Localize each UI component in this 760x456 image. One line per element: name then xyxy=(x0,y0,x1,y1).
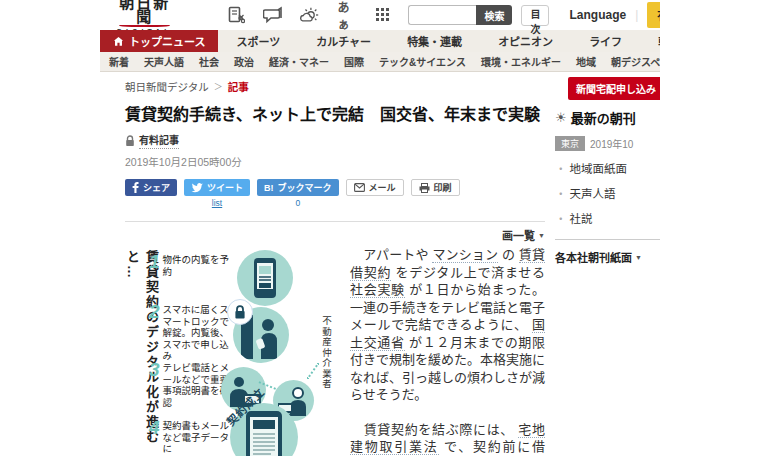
article-date: 2019年10月2日05時00分 xyxy=(125,154,545,169)
bullet-icon: ・ xyxy=(555,185,567,201)
language-link[interactable]: Language xyxy=(569,8,626,22)
feedback-bubble-icon[interactable] xyxy=(263,5,283,25)
search-area: 検索 xyxy=(408,5,512,25)
sidebar-edition-row: 東京 2019年10 xyxy=(555,136,660,151)
facebook-icon xyxy=(132,182,139,193)
nav2-tech-science[interactable]: テック&サイエンス xyxy=(379,54,466,69)
sidebar: ☀ 最新の朝刊 東京 2019年10 ・ 地域面紙面 ・ 天声人語 ・ 社説 各… xyxy=(555,100,660,456)
twitter-share-label: ツイート xyxy=(207,181,243,194)
paid-article-badge[interactable]: 有料記事 xyxy=(139,132,179,149)
twitter-icon xyxy=(191,183,203,193)
text-segment: アパートや xyxy=(350,247,432,262)
toc-button[interactable]: 目次 xyxy=(521,5,549,26)
edition-dropdown-label: 各本社朝刊紙面 xyxy=(555,249,632,265)
article-figure-block: 賃貸契約のデジタル化が進むと… 1 物件の内覧を予約 2 スマホに届くスマートロ… xyxy=(125,246,340,456)
step-number: 1 xyxy=(149,252,160,277)
text-size-icon[interactable]: あぁ xyxy=(337,5,357,25)
facebook-share-button[interactable]: シェア xyxy=(125,179,177,196)
hatena-count: 0 xyxy=(295,198,300,208)
infographic[interactable]: 賃貸契約のデジタル化が進むと… 1 物件の内覧を予約 2 スマホに届くスマートロ… xyxy=(125,246,340,456)
agent-dotted-line xyxy=(306,362,319,380)
search-button[interactable]: 検索 xyxy=(476,5,512,25)
figure-step-1: 1 物件の内覧を予約 xyxy=(149,252,235,277)
media-list-label: 画一覧 xyxy=(502,227,535,243)
figure-step-4: 4 契約書もメールなど電子データに xyxy=(149,418,235,455)
sidebar-link-label: 天声人語 xyxy=(570,185,616,201)
newspaper-subscribe-button[interactable]: 新聞宅配申し込み xyxy=(568,77,660,100)
breadcrumb-site-link[interactable]: 朝日新聞デジタル xyxy=(125,79,209,94)
nav2-society[interactable]: 社会 xyxy=(199,54,219,69)
print-share: 印刷 xyxy=(411,179,460,208)
text-segment: をデジタル上で済ませる xyxy=(391,265,545,280)
sidebar-link-editorial[interactable]: ・ 社説 xyxy=(555,210,660,226)
nav2-tenseijingo[interactable]: 天声人語 xyxy=(144,54,184,69)
edition-badge: 東京 xyxy=(555,136,585,151)
lock-icon xyxy=(125,135,135,147)
step-text: 契約書もメールなど電子データに xyxy=(163,418,235,455)
figure-step-2: 2 スマホに届くスマートロックで解錠。内覧後、スマホで申し込み xyxy=(149,302,235,362)
inline-link[interactable]: マンション xyxy=(432,247,498,263)
nav2-environment[interactable]: 環境・エネルギー xyxy=(481,54,561,69)
paid-badge-row: 有料記事 xyxy=(125,132,545,149)
nav-print-edition[interactable]: 朝夕刊紙面 xyxy=(640,30,660,52)
nav-opinion[interactable]: オピニオン xyxy=(480,30,571,52)
print-button[interactable]: 印刷 xyxy=(411,179,460,196)
nav2-special[interactable]: 朝デジスペシャル xyxy=(611,54,660,69)
sidebar-link-tenseijingo[interactable]: ・ 天声人語 xyxy=(555,185,660,201)
sidebar-link-regional[interactable]: ・ 地域面紙面 xyxy=(555,160,660,176)
step-text: スマホに届くスマートロックで解錠。内覧後、スマホで申し込み xyxy=(163,302,235,362)
step-number: 2 xyxy=(149,302,160,362)
mail-button[interactable]: メール xyxy=(346,179,404,196)
hatena-bookmark-button[interactable]: B! ブックマーク xyxy=(257,179,339,196)
edition-date: 2019年10 xyxy=(590,136,633,151)
apps-grid-icon[interactable] xyxy=(374,5,394,25)
nav-top-news[interactable]: トップニュース xyxy=(100,30,218,52)
nav2-politics[interactable]: 政治 xyxy=(234,54,254,69)
share-button-row: シェア ツイート list B! ブックマーク 0 xyxy=(125,179,545,208)
nav2-new[interactable]: 新着 xyxy=(109,54,129,69)
edition-dropdown[interactable]: 各本社朝刊紙面 ▼ xyxy=(555,249,660,265)
sidebar-divider xyxy=(555,239,660,240)
nav-culture[interactable]: カルチャー xyxy=(298,30,389,52)
article-text-column: アパートや マンション の 賃貸借契約 をデジタル上で済ませる 社会実験 が１日… xyxy=(350,246,545,456)
media-list-toggle[interactable]: 画一覧 ▼ xyxy=(125,227,545,243)
print-label: 印刷 xyxy=(434,181,452,194)
chevron-down-icon: ▼ xyxy=(635,254,642,261)
hatena-share: B! ブックマーク 0 xyxy=(257,179,339,208)
figure-and-text: 賃貸契約のデジタル化が進むと… 1 物件の内覧を予約 2 スマホに届くスマートロ… xyxy=(125,246,545,456)
hatena-share-label: ブックマーク xyxy=(278,181,332,194)
scrapbook-icon[interactable] xyxy=(226,5,246,25)
chevron-down-icon: ▼ xyxy=(538,232,545,239)
paid-member-button[interactable]: 有料 xyxy=(647,2,660,28)
mail-icon xyxy=(354,183,365,192)
nav2-international[interactable]: 国際 xyxy=(344,54,364,69)
inline-link[interactable]: 社会実験 xyxy=(350,282,405,298)
article-paragraph: 賃貸契約を結ぶ際には、 宅地建物取引業法 で、契約前に借り… xyxy=(350,421,545,456)
bullet-icon: ・ xyxy=(555,160,567,176)
nav2-economy[interactable]: 経済・マネー xyxy=(269,54,329,69)
step-number: 4 xyxy=(149,418,160,455)
header-icon-group: あぁ xyxy=(226,5,394,25)
text-segment: の xyxy=(498,247,519,262)
nav-life[interactable]: ライフ xyxy=(571,30,640,52)
text-segment: 賃貸契約を結ぶ際には、 xyxy=(350,422,518,437)
header-divider: | xyxy=(635,8,638,22)
mail-label: メール xyxy=(369,181,396,194)
twitter-share: ツイート list xyxy=(184,179,250,208)
weather-icon[interactable] xyxy=(300,5,320,25)
article-paragraph: アパートや マンション の 賃貸借契約 をデジタル上で済ませる 社会実験 が１日… xyxy=(350,246,545,404)
nav2-region[interactable]: 地域 xyxy=(576,54,596,69)
facebook-share-label: シェア xyxy=(143,181,170,194)
step-text: 物件の内覧を予約 xyxy=(163,252,235,277)
primary-nav: トップニュース スポーツ カルチャー 特集・連載 オピニオン ライフ 朝夕刊紙面 xyxy=(100,30,660,52)
search-input[interactable] xyxy=(408,5,476,25)
smart-lock-badge xyxy=(227,299,253,325)
nav-sports[interactable]: スポーツ xyxy=(218,30,298,52)
divider xyxy=(125,221,545,222)
nav-features[interactable]: 特集・連載 xyxy=(389,30,480,52)
twitter-share-button[interactable]: ツイート xyxy=(184,179,250,196)
site-header: 朝日新聞 DIGITAL あぁ 検索 目次 Language | 有料 xyxy=(100,0,660,30)
bullet-icon: ・ xyxy=(555,210,567,226)
twitter-list-link[interactable]: list xyxy=(212,198,222,208)
sun-icon: ☀ xyxy=(555,110,567,125)
